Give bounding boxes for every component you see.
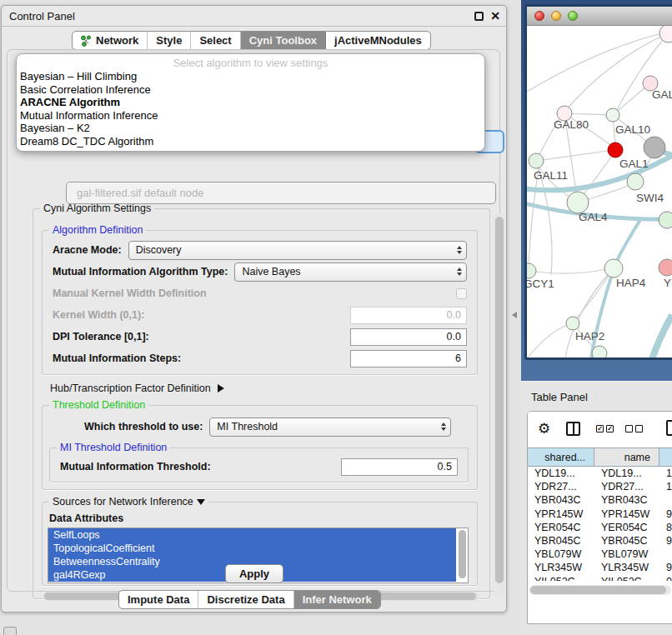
network-edge[interactable] bbox=[536, 151, 608, 161]
columns-icon[interactable] bbox=[566, 422, 580, 436]
mi-algorithm-type-row: Mutual Information Algorithm Type: Naive… bbox=[44, 261, 475, 282]
table-cell: YBL079W bbox=[594, 548, 659, 561]
table-horizontal-scrollbar[interactable] bbox=[529, 585, 671, 595]
table-cell: YBR045C bbox=[528, 534, 594, 548]
network-edge[interactable] bbox=[529, 168, 539, 263]
apply-button[interactable]: Apply bbox=[225, 564, 283, 583]
cyni-algorithm-settings-title: Cyni Algorithm Settings bbox=[40, 202, 154, 214]
close-icon[interactable]: ✕ bbox=[490, 9, 500, 22]
which-threshold-combo[interactable]: MI Threshold bbox=[209, 418, 451, 437]
network-node[interactable] bbox=[606, 108, 619, 122]
network-edge[interactable] bbox=[591, 269, 614, 358]
network-node[interactable] bbox=[527, 263, 536, 278]
corner-widget-icon[interactable] bbox=[3, 627, 17, 635]
panel-divider-handle[interactable] bbox=[512, 312, 517, 318]
algorithm-option[interactable]: Dream8 DC_TDC Algorithm bbox=[17, 135, 484, 148]
network-node[interactable] bbox=[566, 317, 579, 330]
table-row[interactable]: YDR27...YDR27...12 bbox=[528, 480, 672, 493]
dpi-tolerance-field[interactable]: 0.0 bbox=[350, 328, 467, 346]
table-cell: YDR27... bbox=[528, 480, 594, 493]
aracne-mode-row: Aracne Mode: Discovery bbox=[44, 239, 475, 261]
mi-steps-field[interactable]: 6 bbox=[350, 350, 467, 368]
table-cell: YLR345W bbox=[528, 561, 594, 574]
table-row[interactable]: YBL079WYBL079W bbox=[528, 548, 672, 561]
network-edge[interactable] bbox=[652, 315, 672, 358]
which-threshold-row: Which threshold to use: MI Threshold bbox=[44, 416, 475, 438]
tab-cyni-toolbox[interactable]: Cyni Toolbox bbox=[241, 32, 326, 49]
network-node[interactable] bbox=[604, 259, 623, 278]
network-node[interactable] bbox=[608, 142, 623, 158]
table-row[interactable]: YDL19...YDL19...13 bbox=[528, 467, 672, 480]
tab-impute-data[interactable]: Impute Data bbox=[119, 591, 198, 608]
zoom-traffic-light-icon[interactable] bbox=[568, 11, 578, 21]
manual-kernel-checkbox[interactable] bbox=[456, 288, 467, 299]
manual-kernel-row: Manual Kernel Width Definition bbox=[44, 282, 475, 304]
stepper-arrows-icon bbox=[452, 242, 466, 259]
minimize-traffic-light-icon[interactable] bbox=[551, 11, 561, 21]
tab-style[interactable]: Style bbox=[148, 32, 191, 49]
network-node[interactable] bbox=[529, 153, 544, 168]
network-node[interactable] bbox=[592, 346, 607, 358]
network-node[interactable] bbox=[659, 212, 672, 228]
stepper-arrows-icon bbox=[436, 418, 450, 436]
settings-vertical-scrollbar[interactable] bbox=[494, 213, 504, 597]
network-edge[interactable] bbox=[575, 268, 614, 320]
close-traffic-light-icon[interactable] bbox=[534, 11, 544, 21]
aracne-mode-label: Aracne Mode: bbox=[53, 244, 122, 256]
gear-icon[interactable]: ⚙ bbox=[538, 422, 550, 436]
table-row[interactable]: YPR145WYPR145W9. bbox=[528, 508, 672, 521]
algorithm-option[interactable]: Mutual Information Inference bbox=[17, 109, 484, 122]
tab-network[interactable]: Network bbox=[73, 32, 148, 49]
kernel-width-field[interactable]: 0.0 bbox=[350, 307, 467, 324]
sources-title[interactable]: Sources for Network Inference bbox=[49, 496, 208, 508]
table-cell: YBR043C bbox=[594, 493, 659, 507]
mi-algorithm-type-label: Mutual Information Algorithm Type: bbox=[53, 266, 228, 278]
network-canvas[interactable]: GALGAL80GAL10GAL1GAL11SWI4GAL4GCY1HAP4YH… bbox=[527, 26, 672, 358]
table-row[interactable]: YBR045CYBR045C9. bbox=[528, 534, 672, 548]
select-all-checks-icon[interactable]: ✓✓ bbox=[596, 425, 614, 432]
table-cell: YDL19... bbox=[528, 467, 594, 480]
network-node[interactable] bbox=[644, 137, 665, 158]
float-window-icon[interactable] bbox=[474, 12, 484, 21]
hub-definition-label: Hub/Transcription Factor Definition bbox=[50, 382, 211, 394]
network-edge[interactable] bbox=[527, 33, 662, 92]
network-edge[interactable] bbox=[527, 325, 568, 358]
mi-steps-label: Mutual Information Steps: bbox=[53, 352, 181, 364]
table-panel-title: Table Panel bbox=[531, 391, 588, 403]
tab-infer-network[interactable]: Infer Network bbox=[294, 591, 380, 608]
list-scrollbar[interactable] bbox=[459, 530, 466, 578]
attribute-list-item[interactable]: SelfLoops bbox=[48, 528, 456, 542]
algorithm-option[interactable]: ARACNE Algorithm bbox=[17, 96, 484, 109]
dpi-tolerance-value: 0.0 bbox=[447, 331, 461, 342]
table-row[interactable]: YER054CYER054C8. bbox=[528, 521, 672, 534]
network-edge[interactable] bbox=[565, 268, 614, 358]
attribute-list-item[interactable]: TopologicalCoefficient bbox=[48, 542, 456, 555]
mi-algorithm-type-combo[interactable]: Naive Bayes bbox=[234, 262, 467, 282]
network-edge[interactable] bbox=[529, 269, 606, 273]
network-node[interactable] bbox=[627, 173, 644, 190]
mi-threshold-field[interactable]: 0.5 bbox=[341, 458, 458, 476]
network-node-label: GAL80 bbox=[554, 118, 589, 131]
table-row[interactable]: YIL052CYIL052C0. bbox=[528, 575, 672, 582]
algorithm-option[interactable]: Bayesian – K2 bbox=[17, 122, 484, 135]
document-icon[interactable] bbox=[666, 420, 672, 436]
aracne-mode-combo[interactable]: Discovery bbox=[128, 241, 467, 260]
network-node-label: GAL4 bbox=[579, 211, 608, 223]
column-header-clipped[interactable] bbox=[659, 448, 672, 466]
table-row[interactable]: YLR345WYLR345W9. bbox=[528, 561, 672, 574]
tab-discretize-data[interactable]: Discretize Data bbox=[198, 591, 293, 608]
network-node-label: SWI4 bbox=[636, 192, 664, 204]
table-selection-combo[interactable]: gal-filtered.sif default node bbox=[66, 182, 496, 204]
algorithm-option[interactable]: Bayesian – Hill Climbing bbox=[17, 70, 484, 83]
tab-jactivemnodules[interactable]: jActiveMNodules bbox=[326, 32, 430, 49]
deselect-all-checks-icon[interactable] bbox=[625, 425, 643, 432]
algorithm-option[interactable]: Basic Correlation Inference bbox=[17, 83, 484, 97]
network-node[interactable] bbox=[659, 26, 672, 42]
table-row[interactable]: YBR043CYBR043C bbox=[528, 493, 672, 507]
column-header-shared-name[interactable]: shared... bbox=[528, 448, 594, 466]
network-node[interactable] bbox=[659, 259, 672, 276]
table-selection-combo-value: gal-filtered.sif default node bbox=[77, 187, 203, 199]
column-header-name[interactable]: name bbox=[594, 448, 659, 466]
tab-select[interactable]: Select bbox=[191, 32, 240, 49]
hub-definition-toggle[interactable]: Hub/Transcription Factor Definition bbox=[40, 375, 483, 394]
